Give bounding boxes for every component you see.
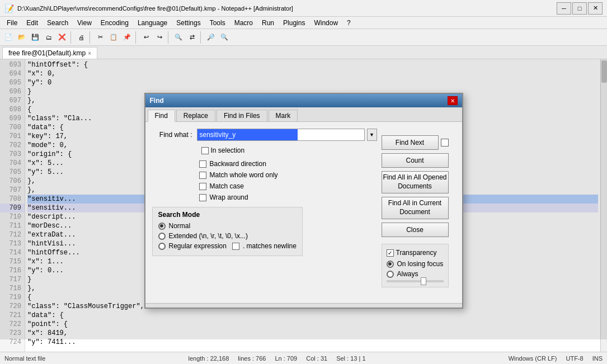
radio-extended[interactable]: [158, 233, 166, 240]
matches-newline-label: . matches newline: [243, 242, 297, 250]
match-case-label: Match case: [210, 182, 244, 190]
status-bar: Normal text file length : 22,168 lines :…: [0, 352, 607, 364]
menu-encoding[interactable]: Encoding: [96, 17, 133, 29]
menu-search[interactable]: Search: [43, 17, 73, 29]
transparency-section: Transparency On losing focus Always: [382, 244, 449, 287]
match-case-checkbox[interactable]: [199, 183, 206, 190]
radio-extended-label: Extended (\n, \r, \t, \0, \x...): [169, 232, 248, 240]
transparency-label: Transparency: [396, 249, 437, 257]
in-selection-label: In selection: [211, 146, 245, 154]
close-button[interactable]: Close: [382, 223, 449, 237]
transparency-always-radio[interactable]: [387, 271, 394, 278]
wrap-around-row: Wrap around: [199, 193, 377, 201]
dialog-tab-bar: Find Replace Find in Files Mark: [145, 107, 462, 122]
status-right: Windows (CR LF) UTF-8 INS: [509, 355, 603, 362]
toolbar-print[interactable]: 🖨: [75, 31, 87, 44]
toolbar-zoomin[interactable]: 🔎: [205, 31, 217, 44]
find-input-wrap: ▼: [197, 129, 377, 141]
transparency-slider-thumb[interactable]: [421, 277, 426, 285]
toolbar-open[interactable]: 📂: [16, 31, 28, 44]
maximize-button[interactable]: □: [572, 2, 587, 15]
matches-newline-checkbox[interactable]: [232, 243, 239, 250]
dialog-resize-handle[interactable]: [145, 303, 462, 308]
toolbar-cut[interactable]: ✂: [94, 31, 106, 44]
status-length: length : 22,168: [189, 355, 229, 362]
toolbar-sep-2: [90, 31, 92, 44]
tab-close-button[interactable]: ×: [88, 50, 91, 56]
find-all-current-button[interactable]: Find All in Current Document: [382, 197, 449, 219]
backward-checkbox[interactable]: [199, 160, 206, 168]
menu-language[interactable]: Language: [133, 17, 172, 29]
menu-tools[interactable]: Tools: [205, 17, 230, 29]
toolbar-undo[interactable]: ↩: [140, 31, 152, 44]
radio-normal[interactable]: [158, 223, 166, 230]
dialog-main: Find what : ▼ In selection: [152, 129, 455, 296]
count-button[interactable]: Count: [382, 153, 449, 168]
radio-regex-row: Regular expression . matches newline: [158, 242, 297, 250]
editor-area: 6936946956966976986997007017027037047057…: [0, 59, 607, 352]
whole-word-checkbox[interactable]: [199, 172, 206, 179]
minimize-button[interactable]: ─: [557, 2, 571, 15]
transparency-always-row: Always: [387, 270, 444, 278]
toolbar-find[interactable]: 🔍: [172, 31, 185, 44]
menu-plugins[interactable]: Plugins: [279, 17, 309, 29]
whole-word-label: Match whole word only: [210, 171, 278, 179]
toolbar-close[interactable]: ❌: [56, 31, 68, 44]
transparency-onlosing-radio[interactable]: [387, 261, 394, 268]
find-what-input[interactable]: [197, 129, 365, 141]
transparency-onlosing-label: On losing focus: [397, 260, 444, 268]
toolbar-sep-4: [168, 31, 170, 44]
transparency-checkbox[interactable]: [387, 249, 394, 257]
tab-file[interactable]: free fire@01(Default).kmp ×: [2, 47, 97, 59]
transparency-always-label: Always: [397, 270, 418, 278]
toolbar-copy[interactable]: 📋: [107, 31, 120, 44]
status-col: Col : 31: [306, 355, 327, 362]
menu-settings[interactable]: Settings: [172, 17, 205, 29]
radio-normal-label: Normal: [169, 222, 191, 230]
status-encoding: UTF-8: [566, 355, 583, 362]
radio-extended-row: Extended (\n, \r, \t, \0, \x...): [158, 232, 297, 240]
menu-file[interactable]: File: [2, 17, 22, 29]
transparency-label-row: Transparency: [387, 249, 444, 257]
find-next-button[interactable]: Find Next: [382, 135, 439, 150]
find-next-checkbox[interactable]: [441, 139, 449, 146]
toolbar-saveall[interactable]: 🗂: [43, 31, 55, 44]
menu-help[interactable]: ?: [342, 17, 355, 29]
in-selection-checkbox[interactable]: [201, 147, 209, 154]
find-dropdown-btn[interactable]: ▼: [367, 129, 377, 141]
find-dialog: Find ✕ Find Replace Find in Files Mark F…: [144, 93, 463, 309]
wrap-around-label: Wrap around: [210, 193, 248, 201]
toolbar-zoomout[interactable]: 🔍: [218, 31, 230, 44]
right-buttons: Find Next Count Find All in All Opened D…: [382, 135, 449, 287]
dialog-close-button[interactable]: ✕: [448, 96, 458, 105]
backward-label: Backward direction: [210, 160, 266, 168]
dialog-tab-find[interactable]: Find: [148, 110, 175, 122]
menu-edit[interactable]: Edit: [22, 17, 43, 29]
transparency-slider[interactable]: [387, 280, 444, 282]
find-all-opened-button[interactable]: Find All in All Opened Documents: [382, 171, 449, 193]
status-sel: Sel : 13 | 1: [336, 355, 365, 362]
dialog-tab-findinfiles[interactable]: Find in Files: [217, 110, 267, 121]
radio-regex[interactable]: [158, 243, 166, 250]
app-icon: 📝: [4, 4, 14, 13]
menu-window[interactable]: Window: [309, 17, 342, 29]
menu-bar: File Edit Search View Encoding Language …: [0, 17, 607, 29]
radio-normal-row: Normal: [158, 222, 297, 230]
toolbar-save[interactable]: 💾: [29, 31, 41, 44]
dialog-tab-mark[interactable]: Mark: [269, 110, 298, 121]
window-close-button[interactable]: ✕: [588, 2, 603, 15]
menu-view[interactable]: View: [73, 17, 96, 29]
menu-run[interactable]: Run: [257, 17, 279, 29]
dialog-tab-replace[interactable]: Replace: [176, 110, 215, 121]
backward-row: Backward direction: [199, 160, 377, 168]
find-next-row: Find Next: [382, 135, 449, 150]
toolbar-sep-3: [135, 31, 138, 44]
menu-macro[interactable]: Macro: [230, 17, 257, 29]
toolbar-replace[interactable]: ⇄: [186, 31, 198, 44]
search-mode-label: Search Mode: [158, 211, 297, 219]
toolbar-new[interactable]: 📄: [2, 31, 15, 44]
toolbar-paste[interactable]: 📌: [121, 31, 133, 44]
wrap-around-checkbox[interactable]: [199, 194, 206, 201]
toolbar-redo[interactable]: ↪: [153, 31, 166, 44]
window-title: D:\XuanZhi\LDPlayer\vms\recommendConfigs…: [17, 5, 293, 12]
